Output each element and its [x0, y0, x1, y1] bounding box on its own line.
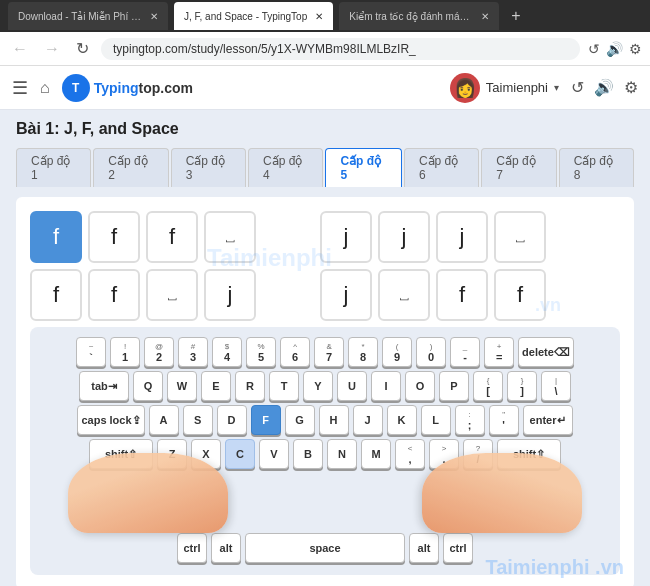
main-content: Bài 1: J, F, and Space Cấp độ 1Cấp độ 2C… — [0, 110, 650, 586]
kb-key-enter[interactable]: enter↵ — [523, 405, 573, 435]
key-box: f — [88, 269, 140, 321]
back-button[interactable]: ← — [8, 38, 32, 60]
level-tab-1[interactable]: Cấp độ 1 — [16, 148, 91, 187]
hamburger-menu[interactable]: ☰ — [12, 77, 28, 99]
key-box: j — [320, 211, 372, 263]
kb-key-1[interactable]: !1 — [110, 337, 140, 367]
key-box: f — [30, 211, 82, 263]
kb-row-5: ctrlaltspacealtctrl — [38, 533, 612, 563]
level-tab-3[interactable]: Cấp độ 3 — [171, 148, 246, 187]
kb-key-alt[interactable]: alt — [409, 533, 439, 563]
key-gap — [262, 269, 314, 321]
lesson-title: Bài 1: J, F, and Space — [16, 120, 634, 138]
kb-key-[interactable]: }] — [507, 371, 537, 401]
kb-key-O[interactable]: O — [405, 371, 435, 401]
kb-key-P[interactable]: P — [439, 371, 469, 401]
tab-3-close[interactable]: ✕ — [481, 11, 489, 22]
kb-key-9[interactable]: (9 — [382, 337, 412, 367]
kb-key-U[interactable]: U — [337, 371, 367, 401]
kb-key-E[interactable]: E — [201, 371, 231, 401]
kb-key-S[interactable]: S — [183, 405, 213, 435]
kb-key-3[interactable]: #3 — [178, 337, 208, 367]
key-box: f — [146, 211, 198, 263]
kb-key-[interactable]: |\ — [541, 371, 571, 401]
header-refresh-icon[interactable]: ↺ — [571, 78, 584, 97]
kb-key-[interactable]: "' — [489, 405, 519, 435]
refresh-icon[interactable]: ↺ — [588, 41, 600, 57]
url-input[interactable] — [101, 38, 580, 60]
kb-key-8[interactable]: *8 — [348, 337, 378, 367]
kb-key-F[interactable]: F — [251, 405, 281, 435]
kb-key-L[interactable]: L — [421, 405, 451, 435]
kb-key-I[interactable]: I — [371, 371, 401, 401]
kb-key-tab[interactable]: tab⇥ — [79, 371, 129, 401]
browser-tab-1[interactable]: Download - Tải Miễn Phí VN - Pi... ✕ — [8, 2, 168, 30]
sound-icon[interactable]: 🔊 — [606, 41, 623, 57]
kb-key-7[interactable]: &7 — [314, 337, 344, 367]
kb-key-[interactable]: :; — [455, 405, 485, 435]
kb-key-H[interactable]: H — [319, 405, 349, 435]
logo-icon: T — [62, 74, 90, 102]
kb-key-Q[interactable]: Q — [133, 371, 163, 401]
kb-key-4[interactable]: $4 — [212, 337, 242, 367]
key-box: ⎵ — [378, 269, 430, 321]
kb-key-[interactable]: {[ — [473, 371, 503, 401]
header-settings-icon[interactable]: ⚙ — [624, 78, 638, 97]
new-tab-button[interactable]: + — [505, 7, 526, 25]
key-box: j — [378, 211, 430, 263]
level-tab-8[interactable]: Cấp độ 8 — [559, 148, 634, 187]
kb-key-[interactable]: ~` — [76, 337, 106, 367]
kb-key-R[interactable]: R — [235, 371, 265, 401]
lesson-panel: fff⎵jjj⎵ ff⎵jj⎵ff Taimienphi .vn ~`!1@2#… — [16, 197, 634, 586]
level-tab-2[interactable]: Cấp độ 2 — [93, 148, 168, 187]
kb-key-A[interactable]: A — [149, 405, 179, 435]
forward-button[interactable]: → — [40, 38, 64, 60]
app-header: ☰ ⌂ T Typingtop.com 👩 Taimienphi ▾ ↺ 🔊 ⚙ — [0, 66, 650, 110]
tab-2-close[interactable]: ✕ — [315, 11, 323, 22]
kb-key-2[interactable]: @2 — [144, 337, 174, 367]
kb-key-space[interactable]: space — [245, 533, 405, 563]
header-sound-icon[interactable]: 🔊 — [594, 78, 614, 97]
kb-key-T[interactable]: T — [269, 371, 299, 401]
key-box: j — [204, 269, 256, 321]
tab-1-close[interactable]: ✕ — [150, 11, 158, 22]
kb-key-0[interactable]: )0 — [416, 337, 446, 367]
kb-key-Y[interactable]: Y — [303, 371, 333, 401]
level-tab-6[interactable]: Cấp độ 6 — [404, 148, 479, 187]
key-box: j — [320, 269, 372, 321]
level-tab-4[interactable]: Cấp độ 4 — [248, 148, 323, 187]
kb-key-J[interactable]: J — [353, 405, 383, 435]
level-tab-5[interactable]: Cấp độ 5 — [325, 148, 402, 187]
browser-tab-3[interactable]: Kiểm tra tốc độ đánh máy tiếng... ✕ — [339, 2, 499, 30]
key-box: f — [436, 269, 488, 321]
kb-key-delete[interactable]: delete⌫ — [518, 337, 574, 367]
keyboard: ~`!1@2#3$4%5^6&7*8(9)0_-+=delete⌫tab⇥QWE… — [30, 327, 620, 575]
kb-key-[interactable]: _- — [450, 337, 480, 367]
avatar: 👩 — [450, 73, 480, 103]
settings-icon[interactable]: ⚙ — [629, 41, 642, 57]
kb-key-G[interactable]: G — [285, 405, 315, 435]
kb-key-K[interactable]: K — [387, 405, 417, 435]
kb-key-W[interactable]: W — [167, 371, 197, 401]
user-info[interactable]: 👩 Taimienphi ▾ — [450, 73, 559, 103]
hands-overlay — [38, 463, 612, 533]
refresh-button[interactable]: ↻ — [72, 37, 93, 60]
kb-row-3: caps lock⇪ASDFGHJKL:;"'enter↵ — [38, 405, 612, 435]
kb-key-D[interactable]: D — [217, 405, 247, 435]
top-icons: ↺ 🔊 ⚙ — [571, 78, 638, 97]
key-box: ⎵ — [494, 211, 546, 263]
right-hand — [422, 453, 582, 533]
kb-key-6[interactable]: ^6 — [280, 337, 310, 367]
home-icon[interactable]: ⌂ — [40, 79, 50, 97]
kb-key-[interactable]: += — [484, 337, 514, 367]
username-label: Taimienphi — [486, 80, 548, 95]
browser-tab-2[interactable]: J, F, and Space - TypingTop ✕ — [174, 2, 333, 30]
level-tab-7[interactable]: Cấp độ 7 — [481, 148, 556, 187]
kb-key-capslock[interactable]: caps lock⇪ — [77, 405, 144, 435]
kb-key-5[interactable]: %5 — [246, 337, 276, 367]
kb-key-alt[interactable]: alt — [211, 533, 241, 563]
kb-key-ctrl[interactable]: ctrl — [177, 533, 207, 563]
kb-key-ctrl[interactable]: ctrl — [443, 533, 473, 563]
logo-text: Typingtop.com — [94, 80, 193, 96]
logo[interactable]: T Typingtop.com — [62, 74, 193, 102]
